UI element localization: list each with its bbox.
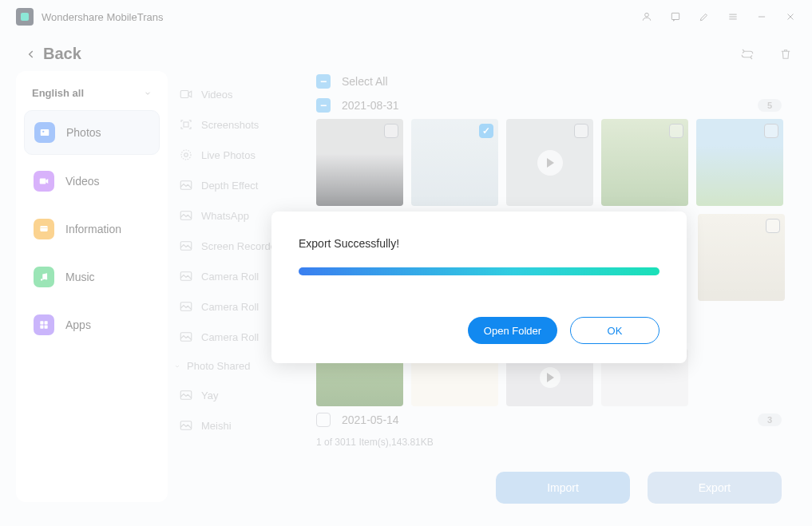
sidebar-item-label: Information — [65, 223, 121, 235]
ok-button[interactable]: OK — [570, 317, 660, 344]
section-count-badge: 5 — [758, 99, 782, 112]
trash-icon[interactable] — [778, 47, 793, 61]
information-icon — [34, 219, 54, 239]
svg-point-6 — [41, 279, 42, 280]
section-checkbox[interactable]: − — [316, 98, 331, 113]
subitem-yay[interactable]: Yay — [172, 380, 311, 410]
user-icon[interactable] — [641, 11, 652, 22]
svg-rect-5 — [40, 226, 47, 231]
sidebar-item-music[interactable]: Music — [24, 255, 160, 299]
image-icon — [179, 269, 193, 283]
video-thumbnail[interactable] — [506, 119, 593, 206]
music-icon — [34, 267, 54, 287]
export-success-modal: Export Successfully! Open Folder OK — [271, 212, 687, 363]
image-icon — [179, 299, 193, 314]
sidebar-item-photos[interactable]: Photos — [24, 110, 160, 155]
menu-icon[interactable] — [727, 11, 739, 22]
back-button[interactable]: Back — [26, 45, 81, 63]
footer-buttons: Import Export — [496, 472, 782, 504]
svg-point-15 — [181, 150, 191, 160]
image-icon — [179, 208, 193, 223]
image-icon — [179, 388, 193, 402]
subitem-deptheffect[interactable]: Depth Effect — [172, 170, 311, 200]
minimize-icon[interactable] — [756, 11, 767, 22]
select-all-checkbox[interactable]: − — [316, 74, 331, 89]
sidebar-item-label: Music — [65, 271, 95, 283]
image-icon — [179, 239, 193, 253]
screenshot-icon — [179, 117, 193, 132]
thumbnail-checkbox[interactable] — [384, 124, 398, 138]
folder-icon — [179, 87, 193, 101]
back-label: Back — [43, 45, 81, 63]
language-label: English all — [32, 87, 84, 99]
svg-rect-10 — [40, 326, 43, 329]
subitem-livephotos[interactable]: Live Photos — [172, 140, 311, 170]
svg-point-3 — [42, 131, 44, 132]
thumbnail-checkbox[interactable] — [764, 124, 778, 138]
thumbnail-checkbox[interactable] — [574, 124, 588, 138]
photo-thumbnail[interactable] — [601, 119, 688, 206]
svg-point-0 — [645, 13, 649, 17]
sidebar: English all Photos Videos Information Mu… — [16, 71, 168, 502]
language-selector[interactable]: English all — [24, 82, 160, 110]
open-folder-button[interactable]: Open Folder — [468, 317, 557, 344]
image-icon — [179, 418, 193, 433]
modal-title: Export Successfully! — [299, 237, 660, 250]
svg-rect-1 — [671, 13, 679, 19]
refresh-icon[interactable] — [740, 47, 755, 61]
section-count-badge: 3 — [758, 413, 782, 426]
svg-rect-2 — [41, 129, 50, 136]
sidebar-item-videos[interactable]: Videos — [24, 160, 160, 203]
thumbnail-checkbox[interactable] — [479, 124, 493, 138]
sidebar-item-label: Videos — [65, 175, 100, 188]
sidebar-item-information[interactable]: Information — [24, 208, 160, 251]
sidebar-item-label: Apps — [65, 318, 91, 331]
titlebar-left: Wondershare MobileTrans — [16, 8, 163, 26]
svg-rect-11 — [45, 326, 48, 329]
photo-thumbnail[interactable] — [698, 214, 785, 301]
chevron-down-icon — [144, 89, 152, 97]
livephotos-icon — [179, 148, 193, 162]
sidebar-item-apps[interactable]: Apps — [24, 303, 160, 346]
close-icon[interactable] — [785, 11, 796, 22]
section-date-row-2: 2021-05-14 3 — [316, 406, 796, 432]
play-icon — [537, 150, 563, 176]
videos-icon — [34, 171, 54, 192]
app-title: Wondershare MobileTrans — [42, 11, 163, 23]
modal-buttons: Open Folder OK — [299, 317, 660, 344]
subitem-videos[interactable]: Videos — [172, 79, 311, 109]
photo-thumbnail[interactable] — [316, 119, 403, 206]
photo-thumbnail[interactable] — [411, 119, 498, 206]
feedback-icon[interactable] — [670, 11, 681, 22]
status-line: 1 of 3011 Item(s),143.81KB — [316, 437, 796, 448]
subitem-screenshots[interactable]: Screenshots — [172, 109, 311, 140]
progress-bar — [299, 267, 660, 275]
image-icon — [179, 330, 193, 344]
section-date-row: − 2021-08-31 5 — [316, 95, 796, 119]
svg-point-14 — [184, 153, 188, 157]
caret-down-icon — [174, 363, 180, 370]
section-date: 2021-05-14 — [342, 413, 399, 426]
import-button[interactable]: Import — [496, 472, 630, 504]
svg-rect-8 — [40, 321, 43, 324]
thumbnail-checkbox[interactable] — [766, 219, 780, 233]
svg-rect-12 — [180, 91, 188, 98]
chevron-left-icon — [26, 49, 37, 60]
photos-icon — [34, 122, 55, 143]
photo-thumbnail[interactable] — [696, 119, 783, 206]
select-all-label: Select All — [342, 75, 388, 88]
topbar: Back — [0, 34, 812, 71]
top-actions — [740, 47, 793, 61]
export-button[interactable]: Export — [648, 472, 782, 504]
subitem-meishi[interactable]: Meishi — [172, 410, 311, 441]
play-icon — [540, 367, 560, 388]
image-icon — [179, 178, 193, 192]
apps-icon — [34, 314, 54, 335]
select-all-row: − Select All — [316, 71, 796, 95]
svg-rect-9 — [45, 321, 48, 324]
edit-icon[interactable] — [699, 11, 710, 22]
svg-rect-13 — [184, 122, 188, 127]
svg-rect-4 — [40, 179, 46, 184]
section-checkbox[interactable] — [316, 413, 331, 427]
thumbnail-checkbox[interactable] — [669, 124, 683, 138]
